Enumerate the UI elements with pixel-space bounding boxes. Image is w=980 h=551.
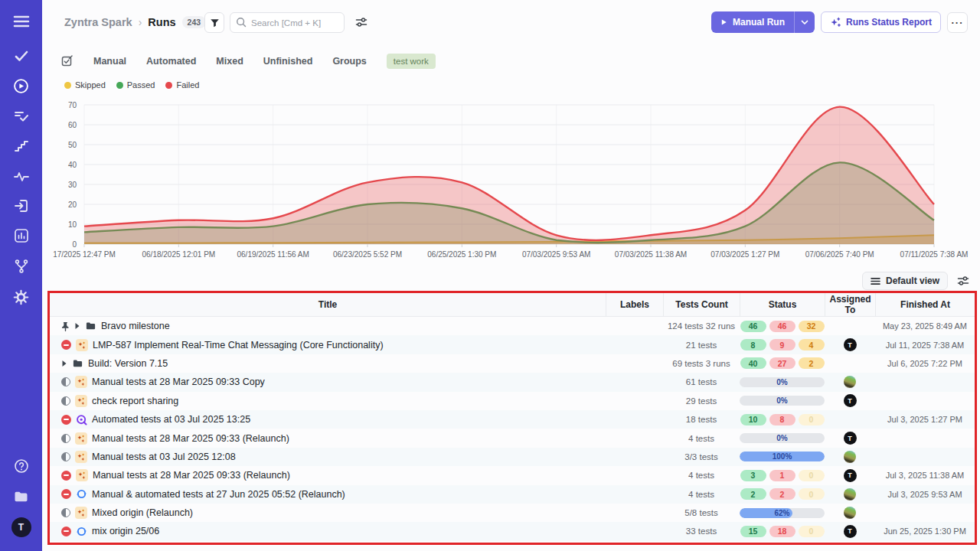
default-view-button[interactable]: Default view [862,272,948,290]
default-view-label: Default view [886,276,939,286]
sidebar-item-test-cases[interactable] [0,41,42,71]
filter-tag-test-work[interactable]: test work [387,54,436,69]
legend-label: Skipped [75,80,106,90]
tab-automated[interactable]: Automated [146,56,196,67]
runs-status-report-button[interactable]: Runs Status Report [821,11,941,33]
folder-icon [72,358,83,369]
column-header-labels[interactable]: Labels [606,293,663,316]
folder-icon [85,321,96,331]
run-checklist-icon[interactable] [61,55,74,67]
sidebar: T [0,0,42,551]
funnel-icon [210,18,220,28]
table-row[interactable]: Manual tests at 03 Jul 2025 12:083/3 tes… [50,448,975,466]
sidebar-item-runs[interactable] [0,70,42,101]
table-row[interactable]: Bravo milestone124 tests 32 runs464632Ma… [50,317,975,335]
tab-mixed[interactable]: Mixed [216,56,243,67]
status-badges: 464632 [740,321,825,332]
tab-groups[interactable]: Groups [332,56,366,67]
breadcrumb-project[interactable]: Zyntra Spark [64,16,132,28]
series-failed-area [84,107,934,244]
automated-origin-icon [76,414,87,425]
table-row[interactable]: mix origin 25/0633 tests15180TJun 25, 20… [50,522,975,540]
progress-bar: 62% [740,508,825,518]
status-badges: 894 [740,339,825,350]
column-header-assigned-to[interactable]: Assigned To [825,293,875,316]
column-header-finished-at[interactable]: Finished At [875,293,975,316]
sidebar-item-user-avatar[interactable]: T [0,512,42,543]
badge-passed: 46 [740,321,766,332]
assignee-avatar: T [844,525,857,538]
assignee-avatar [844,488,856,500]
manual-run-dropdown[interactable] [794,11,815,33]
requirements-icon [14,198,29,214]
cell-assigned-to: T [825,394,875,407]
search-input[interactable] [230,12,345,33]
column-header-status[interactable]: Status [740,293,825,316]
x-tick-label: 07/11/2025 7:38 AM [900,250,969,259]
table-row[interactable]: Manual tests at 28 Mar 2025 09:33 Copy61… [50,373,975,391]
runs-filter-tabs: ManualAutomatedMixedUnfinishedGroups tes… [61,54,436,69]
run-title: Mixed origin (Relaunch) [92,507,193,518]
runs-icon [13,78,29,94]
sidebar-item-defects[interactable] [0,101,42,132]
sidebar-item-settings[interactable] [0,282,42,312]
cell-tests-count: 18 tests [663,415,740,424]
badge-failed: 46 [769,321,795,332]
runs-count-badge: 243 [182,16,207,28]
manual-run-button[interactable]: Manual Run [711,11,794,33]
sidebar-item-reports[interactable] [0,220,42,251]
column-header-tests-count[interactable]: Tests Count [663,293,740,316]
cell-tests-count: 5/8 tests [663,508,740,517]
sidebar-item-shared-steps[interactable] [0,131,42,161]
badge-passed: 8 [740,339,766,350]
sidebar-item-help[interactable] [0,451,42,481]
table-row[interactable]: Mixed origin (Relaunch)5/8 tests62% [50,504,975,522]
cell-assigned-to [825,488,875,500]
status-in-progress-icon [61,377,70,386]
legend-item-failed[interactable]: Failed [165,80,199,90]
table-row[interactable]: Manual tests at 28 Mar 2025 09:33 (Relau… [50,466,975,484]
assignee-avatar [844,451,856,463]
cell-finished-at: Jul 6, 2025 7:22 PM [875,359,975,368]
legend-item-passed[interactable]: Passed [116,80,155,90]
table-row[interactable]: Build: Version 7.1569 tests 3 runs40272J… [50,354,975,373]
x-tick-label: 06/18/2025 12:01 PM [142,250,216,259]
cell-title: LMP-587 Implement Real-Time Chat Messagi… [50,339,606,351]
tab-unfinished[interactable]: Unfinished [263,56,313,67]
manual-run-split-button: Manual Run [711,11,815,33]
y-tick-label: 30 [68,181,77,189]
sidebar-item-requirements[interactable] [0,191,42,221]
tab-manual[interactable]: Manual [93,56,126,67]
badge-skipped: 0 [799,414,825,425]
table-row[interactable]: check report sharing29 tests0%T [50,392,975,410]
more-actions-button[interactable]: ··· [947,12,968,33]
sidebar-item-activity[interactable] [0,161,42,192]
cell-status: 464632 [740,321,825,332]
assignee-avatar: T [844,469,857,482]
versions-icon [14,259,29,274]
cell-status: 40272 [740,357,825,369]
table-row[interactable]: LMP-587 Implement Real-Time Chat Messagi… [50,335,975,354]
filter-button[interactable] [204,12,224,33]
table-row[interactable]: Manual & automated tests at 27 Jun 2025 … [50,485,975,504]
cell-title: Manual tests at 28 Mar 2025 09:33 Copy [50,376,606,388]
progress-label: 62% [740,508,825,518]
app-window: T Zyntra Spark › Runs 243 Manual Run [0,0,980,551]
table-settings-icon[interactable] [957,275,969,287]
projects-icon [13,489,29,504]
column-header-title[interactable]: Title [50,293,606,316]
shared-steps-icon [14,139,29,154]
table-row[interactable]: Automated tests at 03 Jul 2025 13:2518 t… [50,410,975,429]
cell-finished-at: Jul 3, 2025 1:27 PM [875,415,975,424]
search-settings-icon[interactable] [355,16,368,28]
list-view-icon [871,277,880,285]
cell-title: Build: Version 7.15 [50,358,606,369]
sidebar-item-menu[interactable] [0,6,42,37]
sidebar-item-projects[interactable] [0,481,42,512]
legend-item-skipped[interactable]: Skipped [64,80,106,90]
status-failed-icon [61,489,71,499]
manual-origin-icon [75,395,87,407]
table-row[interactable]: Manual tests at 28 Mar 2025 09:33 (Relau… [50,429,975,447]
sidebar-item-versions[interactable] [0,251,42,282]
cell-assigned-to: T [825,338,875,351]
